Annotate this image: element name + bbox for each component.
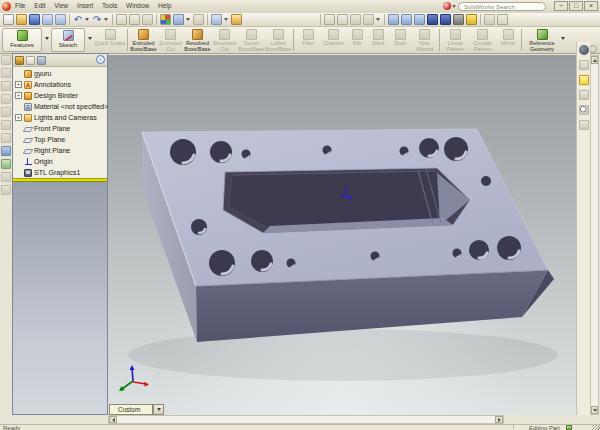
quick-tips-icon[interactable] <box>566 425 572 430</box>
options-icon[interactable] <box>211 14 222 25</box>
configurationmanager-tab-icon[interactable] <box>37 56 46 65</box>
center-pocket[interactable] <box>223 168 470 233</box>
rotate-view-icon[interactable] <box>324 14 335 25</box>
sketch-tool-icon[interactable] <box>1 120 11 130</box>
shaded-with-edges-icon[interactable] <box>414 14 425 25</box>
sketch-tool-icon[interactable] <box>1 107 11 117</box>
sketch-tool-icon[interactable] <box>1 185 11 195</box>
tree-item-right-plane[interactable]: Right Plane <box>13 145 107 156</box>
display-modes-icon[interactable] <box>173 14 184 25</box>
menu-insert[interactable]: Insert <box>77 2 93 9</box>
sketch-tool-icon[interactable] <box>1 172 11 182</box>
undo-icon[interactable]: ↶ <box>73 14 83 25</box>
lofted-boss-base-button[interactable]: Lofted Boss/Base <box>265 28 292 53</box>
shaded-icon[interactable] <box>427 14 438 25</box>
print-icon[interactable] <box>142 14 153 25</box>
zoom-area-icon[interactable] <box>363 14 374 25</box>
linear-pattern-button[interactable]: Linear Pattern <box>442 28 469 53</box>
revolved-cut-button[interactable]: Revolved Cut <box>211 28 238 53</box>
redo-dropdown-icon[interactable] <box>104 18 108 21</box>
assembly-transparency-icon[interactable] <box>484 14 495 25</box>
tree-item-top-plane[interactable]: Top Plane <box>13 134 107 145</box>
menu-view[interactable]: View <box>54 2 68 9</box>
commandmanager-pin-icon[interactable] <box>589 45 597 53</box>
circular-pattern-button[interactable]: Circular Pattern <box>469 28 496 53</box>
quick-snaps-button[interactable]: Quick Snaps <box>94 28 126 53</box>
sketch-tool-icon[interactable] <box>1 81 11 91</box>
tree-item-annotations[interactable]: + A Annotations <box>13 79 107 90</box>
zoom-to-fit-icon[interactable] <box>350 14 361 25</box>
shadows-icon[interactable] <box>453 14 464 25</box>
design-library-icon[interactable] <box>579 60 589 70</box>
tree-item-front-plane[interactable]: Front Plane <box>13 123 107 134</box>
sketch-tool-icon[interactable] <box>1 94 11 104</box>
tree-item-material[interactable]: ≡ Material <not specified> <box>13 101 107 112</box>
rebuild-icon[interactable] <box>129 14 140 25</box>
tab-features[interactable]: Features <box>2 28 42 52</box>
search-scope-icon[interactable] <box>443 2 451 10</box>
panel-collapse-icon[interactable]: › <box>96 55 105 64</box>
chevron-down-icon[interactable] <box>452 5 456 8</box>
hole-wizard-button[interactable]: Hole Wizard <box>411 28 438 53</box>
reference-geometry-button[interactable]: Reference Geometry <box>524 28 560 53</box>
tab-sketch[interactable]: Sketch <box>51 28 85 52</box>
select-icon[interactable] <box>116 14 127 25</box>
open-icon[interactable] <box>16 14 27 25</box>
solidworks-resources-icon[interactable] <box>579 45 589 55</box>
menu-edit[interactable]: Edit <box>34 2 45 9</box>
save-icon[interactable] <box>29 14 40 25</box>
document-recovery-icon[interactable] <box>579 120 589 130</box>
tree-root[interactable]: gyuru <box>13 68 107 79</box>
help-icon[interactable] <box>231 14 242 25</box>
file-explorer-icon[interactable] <box>579 75 589 85</box>
resize-grip[interactable] <box>592 425 600 430</box>
section-view-icon[interactable] <box>466 14 477 25</box>
wireframe-icon[interactable] <box>440 14 451 25</box>
menu-window[interactable]: Window <box>126 2 149 9</box>
tree-item-lights-cameras[interactable]: + Lights and Cameras <box>13 112 107 123</box>
sketch-tool-icon[interactable] <box>1 68 11 78</box>
fillet-button[interactable]: Fillet <box>296 28 320 53</box>
chamfer-button[interactable]: Chamfer <box>320 28 347 53</box>
scroll-up-icon[interactable] <box>591 56 598 64</box>
featuremanager-tab-icon[interactable] <box>15 56 24 65</box>
tree-item-design-binder[interactable]: + Design Binder <box>13 90 107 101</box>
undo-dropdown-icon[interactable] <box>85 18 89 21</box>
horizontal-scrollbar[interactable] <box>108 415 504 424</box>
view-palette-icon[interactable] <box>579 90 589 100</box>
texture-icon[interactable] <box>193 14 204 25</box>
propertymanager-tab-icon[interactable] <box>26 56 35 65</box>
rib-button[interactable]: Rib <box>347 28 367 53</box>
tree-item-origin[interactable]: Origin <box>13 156 107 167</box>
menu-file[interactable]: File <box>15 2 25 9</box>
sketch-tool-icon[interactable] <box>1 133 11 143</box>
model-3d[interactable] <box>108 55 576 415</box>
pan-icon[interactable] <box>337 14 348 25</box>
search-tab-icon[interactable] <box>579 105 589 115</box>
add-relation-icon[interactable] <box>1 159 11 169</box>
new-document-icon[interactable] <box>3 14 14 25</box>
restore-button[interactable]: □ <box>569 1 583 11</box>
view-orientation-icon[interactable] <box>388 14 399 25</box>
shell-button[interactable]: Shell <box>367 28 389 53</box>
extruded-cut-button[interactable]: Extruded Cut <box>157 28 184 53</box>
extruded-boss-base-button[interactable]: Extruded Boss/Base <box>130 28 157 53</box>
scroll-down-icon[interactable] <box>591 406 598 414</box>
mold-block[interactable] <box>142 129 554 342</box>
custom-view-select[interactable]: Custom <box>109 404 153 415</box>
reference-geometry-dropdown-icon[interactable] <box>561 37 565 40</box>
draft-button[interactable]: Draft <box>389 28 411 53</box>
menu-tools[interactable]: Tools <box>102 2 117 9</box>
vertical-scrollbar[interactable] <box>590 55 599 415</box>
scroll-left-icon[interactable] <box>109 416 117 423</box>
redo-icon[interactable]: ↷ <box>92 14 102 25</box>
expand-icon[interactable]: + <box>15 92 22 99</box>
search-input[interactable]: SolidWorks Search <box>458 2 546 11</box>
mirror-button[interactable]: Mirror <box>496 28 520 53</box>
expand-icon[interactable]: + <box>15 81 22 88</box>
scroll-right-icon[interactable] <box>495 416 503 423</box>
close-button[interactable]: × <box>584 1 598 11</box>
options-dropdown-icon[interactable] <box>224 18 228 21</box>
features-dropdown-icon[interactable] <box>45 37 49 40</box>
hidden-lines-icon[interactable] <box>401 14 412 25</box>
